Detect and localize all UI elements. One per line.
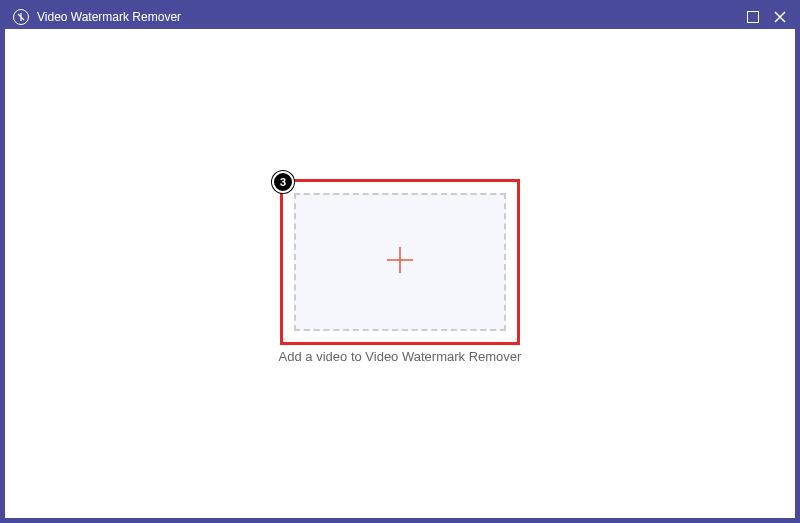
app-window: Video Watermark Remover 3 [0, 0, 800, 523]
main-content: 3 Add a video to Video Watermark Remover [5, 29, 795, 518]
plus-icon [383, 243, 417, 281]
app-icon [13, 9, 29, 25]
step-badge: 3 [272, 171, 294, 193]
drop-inner [294, 193, 506, 331]
minimize-button[interactable] [747, 11, 759, 23]
video-drop-zone[interactable] [284, 183, 516, 341]
close-button[interactable] [773, 10, 787, 24]
drop-hint-text: Add a video to Video Watermark Remover [279, 349, 522, 364]
window-title: Video Watermark Remover [37, 10, 747, 24]
drop-area-wrapper: 3 [284, 183, 516, 341]
window-controls [747, 10, 787, 24]
titlebar: Video Watermark Remover [5, 5, 795, 29]
